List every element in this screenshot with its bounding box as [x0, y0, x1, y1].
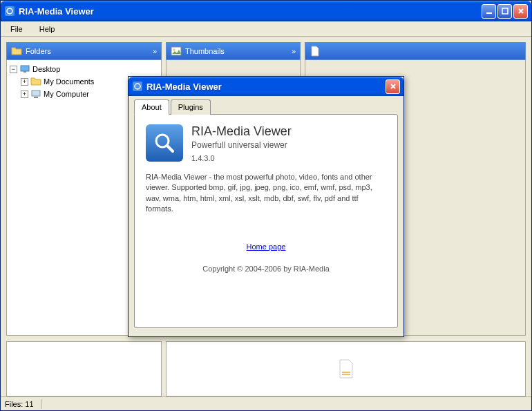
about-subtitle: Powerfull universal viewer	[191, 140, 292, 150]
chevron-icon[interactable]: »	[292, 47, 296, 55]
about-version: 1.4.3.0	[191, 154, 292, 162]
svg-rect-3	[502, 8, 508, 14]
thumbnails-header: Thumbnails »	[166, 42, 301, 60]
about-tab-content: RIA-Media Viewer Powerfull universal vie…	[134, 114, 398, 328]
tab-about[interactable]: About	[134, 99, 169, 115]
maximize-button[interactable]	[497, 4, 512, 19]
menu-file[interactable]: File	[6, 23, 27, 35]
folders-title: Folders	[26, 47, 51, 55]
document-icon	[310, 46, 321, 57]
minimize-button[interactable]	[482, 4, 496, 19]
homepage-link[interactable]: Home page	[247, 242, 286, 251]
svg-rect-5	[23, 71, 26, 73]
menu-help[interactable]: Help	[35, 23, 59, 35]
svg-rect-10	[342, 372, 350, 373]
svg-rect-6	[32, 90, 40, 96]
dialog-close-button[interactable]	[386, 79, 400, 94]
dialog-body: About Plugins RIA-Media Viewer Powerfull…	[129, 96, 403, 336]
bottom-left-panel	[6, 341, 162, 396]
menubar: File Help	[1, 21, 531, 37]
app-icon	[4, 6, 15, 17]
window-controls	[482, 4, 528, 19]
main-titlebar: RIA-Media Viewer	[1, 1, 531, 21]
app-logo-icon	[146, 124, 183, 162]
collapse-icon[interactable]: −	[10, 66, 17, 73]
documents-icon	[30, 76, 41, 87]
desktop-icon	[19, 64, 30, 75]
dialog-titlebar: RIA-Media Viewer	[129, 77, 403, 96]
document-icon	[338, 359, 354, 379]
thumbnails-title: Thumbnails	[185, 47, 225, 55]
tree-label: My Computer	[44, 90, 89, 98]
dialog-title: RIA-Media Viewer	[146, 82, 386, 92]
status-separator	[41, 399, 41, 409]
svg-rect-0	[5, 6, 15, 16]
expand-icon[interactable]: +	[21, 78, 28, 86]
about-dialog: RIA-Media Viewer About Plugins RIA-Media…	[128, 76, 404, 337]
preview-header	[305, 42, 526, 60]
window-title: RIA-Media Viewer	[19, 6, 482, 17]
about-copyright: Copyright © 2004-2006 by RIA-Media	[146, 265, 386, 273]
svg-rect-11	[342, 374, 350, 375]
bottom-right-panel	[166, 341, 526, 396]
about-description: RIA-Media Viewer - the most powerful pho…	[146, 172, 386, 215]
chevron-icon[interactable]: »	[153, 47, 157, 55]
folder-icon	[11, 46, 22, 57]
tree-label: Desktop	[32, 65, 60, 73]
dialog-tabs: About Plugins	[134, 99, 398, 115]
tree-label: My Documents	[44, 77, 94, 86]
svg-point-9	[173, 49, 175, 51]
svg-line-15	[167, 146, 173, 151]
app-icon	[132, 81, 143, 92]
expand-icon[interactable]: +	[21, 90, 28, 98]
svg-rect-7	[34, 97, 38, 98]
svg-rect-2	[486, 12, 492, 14]
close-button[interactable]	[513, 4, 528, 19]
image-icon	[171, 46, 182, 57]
bottom-panels	[6, 341, 526, 396]
status-files: Files: 11	[5, 400, 34, 408]
computer-icon	[30, 88, 41, 99]
svg-rect-12	[133, 82, 142, 91]
svg-rect-4	[21, 66, 29, 71]
statusbar: Files: 11	[1, 396, 531, 410]
folders-header: Folders »	[6, 42, 162, 60]
about-title: RIA-Media Viewer	[191, 124, 292, 139]
tab-plugins[interactable]: Plugins	[171, 99, 211, 115]
tree-desktop[interactable]: − Desktop	[10, 63, 158, 75]
